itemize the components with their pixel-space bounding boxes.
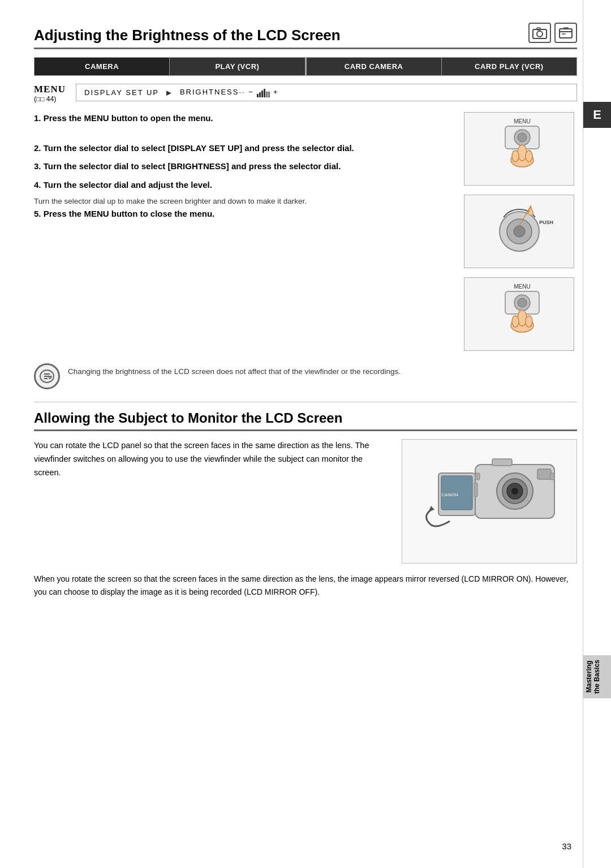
tab-card-camera[interactable]: CARD CAMERA bbox=[307, 58, 442, 75]
svg-text:CANON: CANON bbox=[441, 492, 458, 497]
step-3-text: 3. Turn the selector dial to select [BRI… bbox=[34, 161, 341, 171]
step-4-desc: Turn the selector dial up to make the sc… bbox=[34, 197, 453, 205]
svg-point-11 bbox=[512, 151, 519, 162]
svg-point-23 bbox=[518, 310, 527, 326]
right-sidebar: E Masteringthe Basics bbox=[583, 0, 611, 868]
tab-card-play-vcr[interactable]: CARD PLAY (VCR) bbox=[442, 58, 576, 75]
svg-marker-40 bbox=[429, 506, 434, 511]
card-icon-box bbox=[554, 23, 577, 43]
svg-text:MENU: MENU bbox=[514, 283, 530, 290]
note-pencil-icon bbox=[38, 368, 55, 384]
camera-rotate-illustration: CANON bbox=[402, 439, 577, 564]
section2-bottom-text: When you rotate the screen so that the s… bbox=[34, 573, 577, 599]
menu-path1: DISPLAY SET UP bbox=[84, 88, 159, 97]
step-2-text: 2. Turn the selector dial to select [DIS… bbox=[34, 143, 354, 153]
step-4-text: 4. Turn the selector dial and adjust the… bbox=[34, 180, 212, 190]
note-text: Changing the brightness of the LCD scree… bbox=[68, 363, 401, 378]
step-2: 2. Turn the selector dial to select [DIS… bbox=[34, 142, 453, 155]
svg-point-24 bbox=[512, 316, 519, 327]
camera-icon-box bbox=[528, 23, 551, 43]
sidebar-label: Masteringthe Basics bbox=[583, 655, 611, 698]
note-icon bbox=[34, 363, 60, 389]
menu-ref: (□□ 44) bbox=[34, 95, 68, 103]
tab-play-vcr[interactable]: PLAY (VCR) bbox=[170, 58, 305, 75]
tab-camera[interactable]: CAMERA bbox=[35, 58, 170, 75]
page-number: 33 bbox=[562, 841, 571, 851]
section2-title: Allowing the Subject to Monitor the LCD … bbox=[34, 410, 577, 431]
svg-rect-44 bbox=[550, 473, 554, 480]
svg-rect-3 bbox=[560, 29, 572, 38]
note-box: Changing the brightness of the LCD scree… bbox=[34, 361, 577, 392]
step-5-text: 5. Press the MENU button to close the me… bbox=[34, 209, 214, 218]
menu-press-illustration-2: MENU bbox=[464, 277, 574, 351]
title-icons bbox=[528, 23, 577, 43]
step-4: 4. Turn the selector dial and adjust the… bbox=[34, 179, 453, 192]
camera-lcd-svg: CANON bbox=[407, 442, 571, 561]
svg-rect-36 bbox=[537, 469, 551, 479]
step-1: 1. Press the MENU button to open the men… bbox=[34, 112, 453, 125]
step-5: 5. Press the MENU button to close the me… bbox=[34, 208, 453, 221]
svg-point-16 bbox=[514, 226, 525, 237]
menu-close-svg: MENU bbox=[474, 283, 565, 345]
section1-title: Adjusting the Brightness of the LCD Scre… bbox=[34, 23, 577, 49]
menu-label: MENU bbox=[34, 84, 68, 95]
svg-point-12 bbox=[526, 151, 532, 162]
selector-dial-svg: PUSH bbox=[474, 200, 565, 263]
menu-button-svg: MENU bbox=[474, 118, 565, 180]
step-1-text: 1. Press the MENU button to open the men… bbox=[34, 113, 213, 123]
menu-path-arrow: ► bbox=[165, 88, 174, 97]
svg-rect-43 bbox=[475, 473, 480, 480]
svg-rect-39 bbox=[474, 483, 477, 497]
selector-dial-illustration: PUSH bbox=[464, 195, 574, 268]
mode-tabs: CAMERA PLAY (VCR) CARD CAMERA CARD PLAY … bbox=[34, 57, 577, 76]
svg-text:PUSH: PUSH bbox=[539, 220, 553, 225]
sidebar-letter: E bbox=[583, 102, 611, 128]
svg-point-10 bbox=[518, 145, 527, 161]
svg-point-21 bbox=[518, 298, 527, 307]
svg-point-1 bbox=[537, 31, 543, 37]
step-3: 3. Turn the selector dial to select [BRI… bbox=[34, 160, 453, 173]
menu-row: MENU (□□ 44) DISPLAY SET UP ► BRIGHTNESS… bbox=[34, 84, 577, 103]
steps-text: 1. Press the MENU button to open the men… bbox=[34, 112, 453, 351]
svg-text:MENU: MENU bbox=[514, 118, 530, 124]
menu-press-illustration-1: MENU bbox=[464, 112, 574, 186]
svg-point-25 bbox=[526, 316, 532, 327]
steps-section: 1. Press the MENU button to open the men… bbox=[34, 112, 577, 351]
section2-content: You can rotate the LCD panel so that the… bbox=[34, 439, 577, 564]
section2-body: You can rotate the LCD panel so that the… bbox=[34, 439, 390, 564]
svg-rect-42 bbox=[492, 459, 512, 466]
svg-point-35 bbox=[511, 488, 518, 495]
svg-point-8 bbox=[518, 133, 527, 142]
menu-path: DISPLAY SET UP ► BRIGHTNESS·· − + bbox=[76, 84, 577, 101]
menu-path2: BRIGHTNESS·· − + bbox=[180, 88, 279, 97]
step-illustrations: MENU PUSH bbox=[464, 112, 577, 351]
section-divider bbox=[34, 402, 577, 402]
